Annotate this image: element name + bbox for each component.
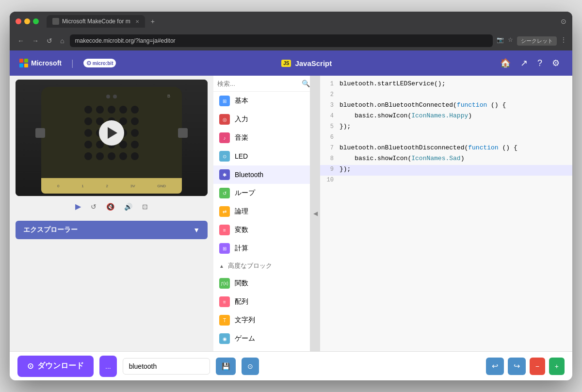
- zoom-out-button[interactable]: −: [530, 358, 545, 375]
- home-button[interactable]: ⌂: [58, 35, 66, 47]
- sim-restart-button[interactable]: ↺: [88, 201, 99, 212]
- kihon-label: 基本: [235, 97, 248, 105]
- advanced-chevron-icon: ▲: [219, 263, 224, 269]
- line-content: [340, 91, 572, 98]
- block-item-loop[interactable]: ↺ ループ: [213, 184, 310, 202]
- download-options-button[interactable]: ...: [99, 356, 117, 377]
- tab-title: Microsoft MakeCode for m: [62, 18, 130, 25]
- code-line-7: 7 bluetooth.onBluetoothDisconnected(func…: [320, 144, 572, 154]
- bottom-search-input[interactable]: [123, 358, 210, 375]
- microbit-logo: ⊙ micro:bit: [83, 59, 116, 67]
- refresh-button[interactable]: ↺: [45, 35, 54, 47]
- led: [96, 152, 104, 160]
- code-editor[interactable]: 1 bluetooth.startLEDService(); 2 3 bluet…: [320, 76, 572, 351]
- zoom-in-button[interactable]: +: [549, 358, 565, 375]
- code-line-8: 8 basic.showIcon(IconNames.Sad): [320, 154, 572, 165]
- camera-icon: 📷: [497, 36, 504, 46]
- active-tab[interactable]: Microsoft MakeCode for m ✕: [47, 15, 145, 28]
- sim-mute-button[interactable]: 🔇: [103, 201, 117, 212]
- block-item-kihon[interactable]: ⊞ 基本: [213, 92, 310, 110]
- tab-favicon: [52, 18, 59, 25]
- code-line-5: 5 });: [320, 122, 572, 133]
- hairetsu-icon: ≡: [219, 296, 230, 307]
- collapse-arrow-icon: ◀: [313, 210, 318, 217]
- led: [96, 106, 104, 114]
- line-content: [340, 133, 572, 141]
- settings-button[interactable]: ⚙: [549, 55, 563, 71]
- logic-label: 論理: [235, 207, 248, 216]
- menu-icon[interactable]: ⋮: [561, 36, 566, 46]
- block-search-input[interactable]: [217, 80, 299, 87]
- code-line-3: 3 bluetooth.onBluetoothConnected(functio…: [320, 101, 572, 112]
- hensu-icon: ≡: [219, 225, 230, 235]
- block-item-game[interactable]: ◉ ゲーム: [213, 329, 310, 348]
- download-button[interactable]: ⊙ ダウンロード: [17, 356, 94, 377]
- undo-button[interactable]: ↩: [486, 358, 504, 375]
- led: [119, 106, 127, 114]
- sim-fullscreen-button[interactable]: ⊡: [139, 201, 151, 212]
- led: [119, 152, 127, 160]
- microsoft-logo: Microsoft: [19, 59, 62, 67]
- pin-strip: 0 1 2 3V GND: [41, 178, 182, 194]
- sim-volume-button[interactable]: 🔊: [121, 201, 135, 212]
- button-b[interactable]: [178, 128, 188, 138]
- led: [84, 141, 92, 148]
- address-bar[interactable]: [70, 34, 493, 47]
- led: [131, 117, 139, 125]
- bookmark-icon[interactable]: ☆: [508, 36, 513, 46]
- block-item-keisan[interactable]: ⊞ 計算: [213, 239, 310, 258]
- line-content: });: [340, 165, 572, 173]
- search-icon: 🔍: [302, 80, 310, 87]
- logic-icon: ⇄: [219, 206, 230, 217]
- forward-button[interactable]: →: [30, 35, 41, 47]
- tab-close-icon[interactable]: ✕: [135, 19, 139, 24]
- ellipsis-label: ...: [105, 362, 111, 370]
- play-button[interactable]: [99, 120, 124, 146]
- close-button[interactable]: [16, 18, 21, 24]
- block-item-bluetooth[interactable]: ✱ Bluetooth: [213, 165, 310, 184]
- block-item-mojiretu[interactable]: T 文字列: [213, 311, 310, 329]
- minimize-button[interactable]: [24, 18, 30, 24]
- block-list: ⊞ 基本 ◎ 入力 ♪ 音楽 ⊙ LED: [213, 92, 310, 351]
- sim-play-button[interactable]: ▶: [72, 200, 84, 213]
- line-content: basic.showIcon(IconNames.Happy): [340, 112, 572, 119]
- explorer-text: エクスプローラー: [23, 226, 78, 234]
- button-a[interactable]: [35, 128, 45, 138]
- block-item-music[interactable]: ♪ 音楽: [213, 129, 310, 147]
- browser-window: Microsoft MakeCode for m ✕ + ⊙ ← → ↺ ⌂ 📷…: [10, 12, 572, 380]
- block-item-hairetsu[interactable]: ≡ 配列: [213, 293, 310, 311]
- collapse-handle[interactable]: ◀: [310, 76, 320, 351]
- advanced-label: 高度なブロック: [228, 261, 272, 270]
- github-button[interactable]: ⊙: [242, 358, 259, 375]
- advanced-section-header[interactable]: ▲ 高度なブロック: [213, 258, 310, 274]
- maximize-button[interactable]: [33, 18, 39, 24]
- led: [108, 152, 115, 160]
- block-item-input[interactable]: ◎ 入力: [213, 110, 310, 129]
- led: [131, 129, 139, 137]
- line-number: 8: [320, 155, 340, 162]
- redo-button[interactable]: ↪: [508, 358, 526, 375]
- home-header-button[interactable]: 🏠: [497, 55, 514, 71]
- share-button[interactable]: ↗: [517, 55, 531, 71]
- browser-addressbar: ← → ↺ ⌂ 📷 ☆ シークレット ⋮: [10, 31, 572, 50]
- led: [119, 141, 127, 148]
- explorer-button[interactable]: ダウンロード エクスプローラー ▼: [16, 221, 208, 239]
- music-icon: ♪: [219, 132, 230, 143]
- simulator-panel: B: [10, 76, 213, 351]
- line-content: bluetooth.onBluetoothConnected(function …: [340, 101, 572, 109]
- microbit-icon: ⊙ micro:bit: [83, 59, 116, 67]
- code-line-9: 9 });: [320, 165, 572, 176]
- save-button[interactable]: 💾: [216, 358, 236, 375]
- block-item-hensu[interactable]: ≡ 変数: [213, 221, 310, 239]
- header-right: 🏠 ↗ ? ⚙: [497, 55, 563, 71]
- block-item-kansu[interactable]: ƒ(x) 関数: [213, 274, 310, 293]
- block-item-led[interactable]: ⊙ LED: [213, 147, 310, 165]
- download-icon: ⊙: [27, 361, 33, 371]
- back-button[interactable]: ←: [16, 35, 26, 47]
- microbit-board: B: [36, 82, 187, 194]
- new-tab-button[interactable]: +: [151, 17, 155, 25]
- led: [131, 152, 139, 160]
- led-label: LED: [235, 152, 248, 160]
- block-item-logic[interactable]: ⇄ 論理: [213, 202, 310, 221]
- help-button[interactable]: ?: [534, 55, 545, 71]
